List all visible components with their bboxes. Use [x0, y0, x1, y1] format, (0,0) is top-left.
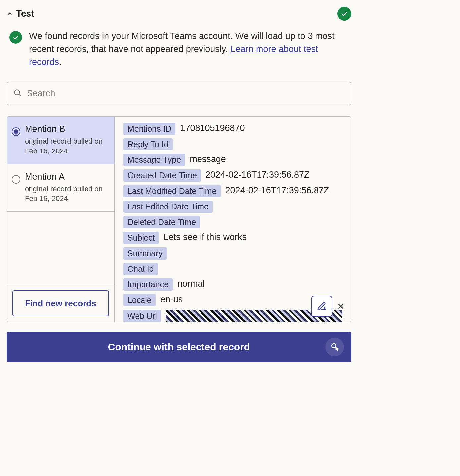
field-label: Last Modified Date Time	[123, 185, 221, 197]
record-details: Mentions ID 1708105196870 Reply To Id Me…	[115, 117, 351, 322]
record-subtitle: original record pulled on Feb 16, 2024	[25, 184, 108, 204]
field-locale: Locale en-us	[123, 294, 342, 306]
chevron-up-icon[interactable]	[7, 11, 13, 17]
find-new-records-button[interactable]: Find new records	[12, 290, 109, 316]
field-label: Created Date Time	[123, 169, 201, 182]
field-label: Reply To Id	[123, 138, 173, 150]
info-text: We found records in your Microsoft Teams…	[29, 30, 351, 69]
continue-label: Continue with selected record	[108, 341, 250, 352]
field-label: Subject	[123, 232, 159, 244]
info-message: We found records in your Microsoft Teams…	[7, 30, 351, 69]
close-icon[interactable]: ✕	[336, 300, 346, 313]
record-subtitle: original record pulled on Feb 16, 2024	[25, 136, 108, 156]
field-last-edited-date-time: Last Edited Date Time	[123, 201, 342, 213]
radio-unselected-icon	[12, 175, 20, 184]
record-mention-a[interactable]: Mention A original record pulled on Feb …	[7, 164, 114, 212]
field-label: Summary	[123, 247, 167, 260]
field-deleted-date-time: Deleted Date Time	[123, 216, 342, 228]
field-label: Mentions ID	[123, 123, 175, 135]
radio-selected-icon	[12, 127, 20, 136]
records-list: Mention B original record pulled on Feb …	[7, 117, 114, 285]
field-message-type: Message Type message	[123, 154, 342, 166]
continue-decorative-icon	[325, 338, 344, 356]
field-value: en-us	[160, 294, 183, 305]
field-summary: Summary	[123, 247, 342, 260]
info-text-part2: .	[59, 57, 62, 67]
record-title: Mention B	[25, 124, 108, 134]
field-label: Locale	[123, 294, 156, 306]
field-label: Importance	[123, 278, 173, 291]
field-created-date-time: Created Date Time 2024-02-16T17:39:56.87…	[123, 169, 342, 182]
field-web-url: Web Url	[123, 310, 342, 322]
search-input[interactable]	[26, 88, 345, 99]
pencil-plus-icon	[317, 301, 327, 311]
edit-button[interactable]	[311, 296, 332, 317]
record-title: Mention A	[25, 172, 108, 182]
record-mention-b[interactable]: Mention B original record pulled on Feb …	[7, 117, 114, 164]
records-panel: Mention B original record pulled on Feb …	[7, 116, 351, 322]
field-label: Message Type	[123, 154, 185, 166]
field-value: normal	[177, 278, 205, 289]
success-icon	[9, 31, 22, 44]
field-subject: Subject Lets see if this works	[123, 232, 342, 244]
field-value: 2024-02-16T17:39:56.87Z	[225, 185, 329, 196]
field-label: Web Url	[123, 310, 161, 322]
svg-line-1	[19, 94, 21, 96]
field-reply-to-id: Reply To Id	[123, 138, 342, 150]
search-icon	[13, 89, 22, 98]
status-complete-icon	[337, 7, 351, 21]
section-header: Test	[7, 7, 351, 21]
svg-rect-3	[336, 348, 339, 350]
svg-point-0	[14, 90, 19, 95]
field-label: Chat Id	[123, 263, 158, 275]
section-title: Test	[16, 8, 34, 19]
field-last-modified-date-time: Last Modified Date Time 2024-02-16T17:39…	[123, 185, 342, 197]
field-chat-id: Chat Id	[123, 263, 342, 275]
continue-button[interactable]: Continue with selected record	[7, 332, 351, 362]
search-box[interactable]	[7, 82, 351, 105]
field-value: 2024-02-16T17:39:56.87Z	[205, 169, 310, 180]
records-sidebar: Mention B original record pulled on Feb …	[7, 117, 115, 322]
field-value: message	[190, 154, 226, 164]
field-importance: Importance normal	[123, 278, 342, 291]
field-label: Deleted Date Time	[123, 216, 200, 228]
field-value: Lets see if this works	[163, 232, 247, 242]
field-label: Last Edited Date Time	[123, 201, 213, 213]
field-value: 1708105196870	[180, 123, 245, 133]
field-mentions-id: Mentions ID 1708105196870	[123, 123, 342, 135]
